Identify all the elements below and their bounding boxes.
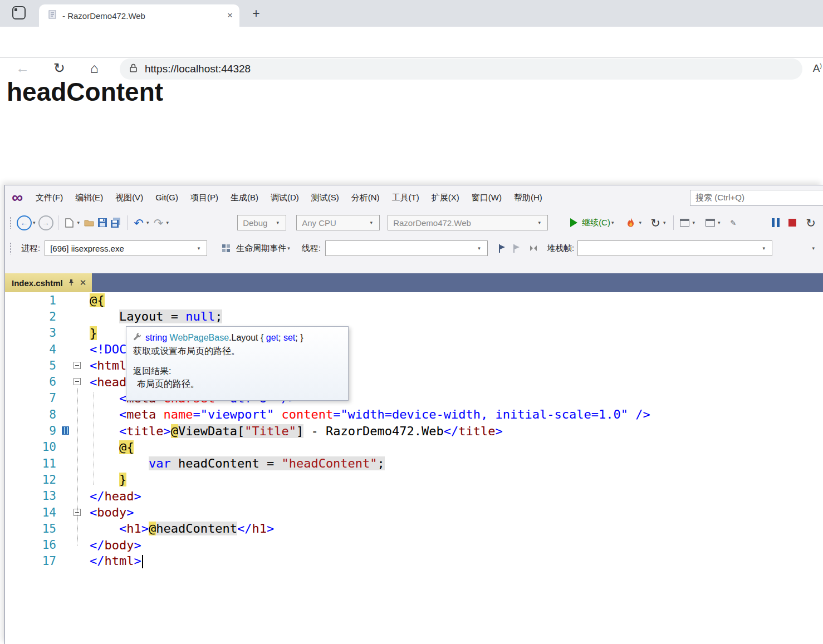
vs-debug-toolbar: 进程: [696] iisexpress.exe▾ 生命周期事件 ▾ 线程: ▾… bbox=[5, 235, 817, 261]
menu-item-12[interactable]: 帮助(H) bbox=[508, 190, 548, 206]
code-line: 14<body> bbox=[5, 504, 823, 520]
menu-item-9[interactable]: 工具(T) bbox=[386, 190, 425, 206]
lifecycle-events-icon[interactable] bbox=[219, 240, 233, 257]
redo-button[interactable]: ↷ bbox=[152, 214, 165, 231]
menu-item-0[interactable]: 文件(F) bbox=[30, 190, 69, 206]
read-aloud-icon[interactable]: A) bbox=[813, 62, 822, 75]
code-line: 12 } bbox=[5, 471, 823, 488]
line-number: 6 bbox=[5, 375, 61, 389]
menu-item-11[interactable]: 窗口(W) bbox=[466, 190, 508, 206]
chevron-down-icon[interactable]: ▾ bbox=[166, 220, 169, 225]
code-text: <body> bbox=[84, 505, 134, 519]
stack-frame-label: 堆栈帧: bbox=[547, 243, 574, 254]
bookmark-icon bbox=[62, 426, 69, 435]
chevron-down-icon[interactable]: ▾ bbox=[663, 220, 666, 225]
back-icon[interactable]: ← bbox=[16, 61, 30, 75]
code-editor[interactable]: 1@{2 Layout = null;3}4<!DOCTYPE html>5<h… bbox=[5, 292, 823, 644]
code-line: 15 <h1>@headContent</h1> bbox=[5, 520, 823, 537]
code-window-button[interactable] bbox=[703, 214, 717, 231]
navigate-back-button[interactable]: ← bbox=[17, 215, 32, 230]
toolbar-grip[interactable] bbox=[9, 242, 12, 254]
menu-item-4[interactable]: 项目(P) bbox=[184, 190, 224, 206]
break-all-button[interactable] bbox=[772, 218, 780, 227]
edit-button[interactable]: ✎ bbox=[727, 214, 740, 231]
code-text: } bbox=[84, 473, 126, 486]
address-bar[interactable]: https://localhost:44328 bbox=[120, 58, 802, 80]
collapse-toggle[interactable] bbox=[74, 378, 81, 385]
line-number: 4 bbox=[5, 343, 61, 356]
hot-reload-button[interactable] bbox=[624, 214, 638, 231]
chevron-down-icon[interactable]: ▾ bbox=[146, 220, 149, 225]
lifecycle-events-button[interactable]: 生命周期事件 bbox=[236, 243, 286, 254]
save-button[interactable] bbox=[96, 214, 109, 231]
line-number: 9 bbox=[5, 424, 61, 437]
browser-link-button[interactable] bbox=[678, 214, 692, 231]
solution-configuration-dropdown[interactable]: Debug▾ bbox=[237, 215, 286, 230]
line-number: 7 bbox=[5, 391, 61, 405]
menu-item-5[interactable]: 生成(B) bbox=[224, 190, 264, 206]
restart-debugging-button[interactable]: ↻ bbox=[804, 214, 817, 231]
open-folder-button[interactable] bbox=[82, 214, 96, 231]
continue-button[interactable]: 继续(C) ▾ bbox=[570, 218, 616, 228]
pin-icon[interactable] bbox=[68, 278, 75, 288]
collapse-toggle[interactable] bbox=[74, 362, 81, 369]
restart-apply-button[interactable]: ↻ bbox=[649, 214, 662, 231]
menu-item-3[interactable]: Git(G) bbox=[149, 190, 184, 206]
thread-dropdown[interactable]: ▾ bbox=[325, 240, 488, 256]
chevron-down-icon[interactable]: ▾ bbox=[77, 220, 80, 225]
chevron-down-icon[interactable]: ▾ bbox=[718, 220, 721, 225]
new-file-button[interactable] bbox=[63, 214, 76, 231]
line-number: 12 bbox=[5, 473, 61, 486]
code-text: @{ bbox=[84, 293, 105, 307]
line-number: 14 bbox=[5, 506, 61, 519]
code-text: Layout = null; bbox=[84, 309, 222, 323]
code-text: </body> bbox=[84, 538, 141, 552]
menu-item-6[interactable]: 调试(D) bbox=[264, 190, 305, 206]
wrench-icon bbox=[133, 332, 141, 343]
save-all-button[interactable] bbox=[109, 214, 123, 231]
toolbar-grip[interactable] bbox=[9, 217, 12, 229]
quick-info-tooltip: string WebPageBase.Layout { get; set; } … bbox=[126, 326, 349, 401]
threads-marker-icon[interactable] bbox=[527, 240, 540, 257]
menu-item-10[interactable]: 扩展(X) bbox=[425, 190, 466, 206]
document-close-icon[interactable]: ✕ bbox=[80, 278, 87, 288]
process-dropdown[interactable]: [696] iisexpress.exe▾ bbox=[45, 240, 207, 256]
line-number: 2 bbox=[5, 310, 61, 323]
tab-close-icon[interactable]: × bbox=[227, 10, 233, 21]
menu-item-7[interactable]: 测试(S) bbox=[305, 190, 345, 206]
menu-item-8[interactable]: 分析(N) bbox=[345, 190, 386, 206]
flag-outline-icon[interactable] bbox=[512, 244, 521, 253]
navigate-forward-button[interactable]: → bbox=[38, 215, 53, 230]
menu-item-1[interactable]: 编辑(E) bbox=[69, 190, 109, 206]
document-tab-strip: Index.cshtml ✕ bbox=[5, 273, 823, 292]
code-line: 9 <title>@ViewData["Title"] - RazorDemo4… bbox=[5, 422, 823, 439]
outline-guide-line bbox=[77, 388, 78, 545]
tab-layout-icon[interactable] bbox=[12, 6, 26, 19]
line-number: 11 bbox=[5, 457, 61, 470]
home-icon[interactable]: ⌂ bbox=[90, 61, 99, 75]
browser-tab-strip: - RazorDemo472.Web × + bbox=[0, 0, 823, 27]
chevron-down-icon[interactable]: ▾ bbox=[287, 245, 290, 251]
chevron-down-icon[interactable]: ▾ bbox=[639, 220, 641, 225]
toolbar-overflow-button[interactable]: ▾ bbox=[812, 245, 815, 251]
flag-icon[interactable] bbox=[498, 244, 507, 253]
code-line: 13</head> bbox=[5, 488, 823, 504]
vs-search-placeholder: 搜索 (Ctrl+Q) bbox=[695, 193, 744, 203]
vs-menubar: ∞ 文件(F)编辑(E)视图(V)Git(G)项目(P)生成(B)调试(D)测试… bbox=[5, 185, 823, 210]
new-tab-button[interactable]: + bbox=[248, 6, 264, 21]
browser-tab-title: - RazorDemo472.Web bbox=[62, 11, 222, 21]
browser-tab[interactable]: - RazorDemo472.Web × bbox=[39, 4, 239, 27]
chevron-down-icon[interactable]: ▾ bbox=[33, 220, 36, 225]
vs-search-input[interactable]: 搜索 (Ctrl+Q) bbox=[690, 190, 823, 206]
startup-project-dropdown[interactable]: RazorDemo472.Web▾ bbox=[388, 215, 548, 230]
stop-debugging-button[interactable] bbox=[788, 219, 796, 227]
chevron-down-icon[interactable]: ▾ bbox=[693, 220, 695, 225]
tab-index-cshtml[interactable]: Index.cshtml ✕ bbox=[5, 273, 92, 292]
tooltip-description: 获取或设置布局页的路径。 bbox=[133, 346, 341, 357]
reload-icon[interactable]: ↻ bbox=[53, 61, 65, 75]
menu-item-2[interactable]: 视图(V) bbox=[109, 190, 149, 206]
stack-frame-dropdown[interactable]: ▾ bbox=[577, 240, 772, 256]
solution-platform-dropdown[interactable]: Any CPU▾ bbox=[296, 215, 380, 230]
indent-guide-line bbox=[93, 392, 94, 485]
undo-button[interactable]: ↶ bbox=[132, 214, 145, 231]
